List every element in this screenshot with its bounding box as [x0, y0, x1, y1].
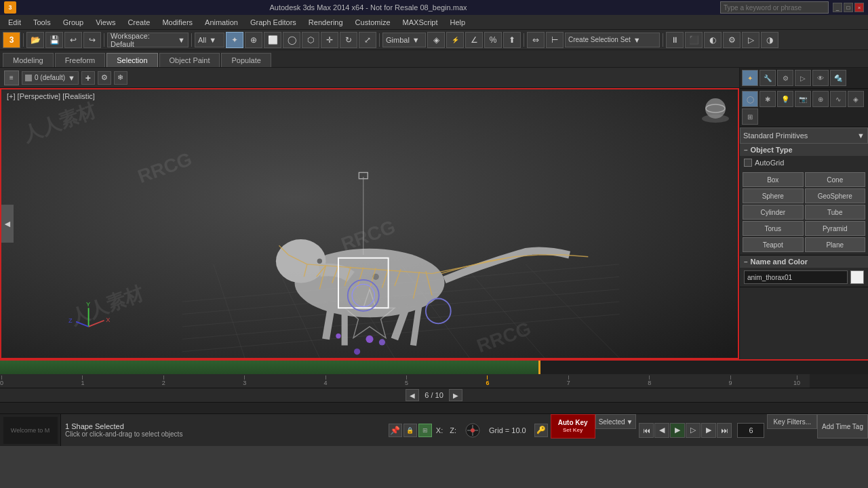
category-dropdown[interactable]: Standard Primitives ▼ — [740, 127, 868, 144]
tab-create[interactable]: ✦ — [742, 70, 758, 86]
minimize-button[interactable]: _ — [833, 3, 842, 12]
snap-icon[interactable]: 📌 — [389, 424, 402, 437]
angle-snap-button[interactable]: ∠ — [465, 32, 483, 48]
layer-add-button[interactable]: + — [81, 71, 95, 85]
prev-key-button[interactable]: ◀ — [654, 423, 669, 438]
workspace-dropdown[interactable]: Workspace: Default ▼ — [107, 33, 189, 47]
obj-plane-button[interactable]: Plane — [805, 237, 866, 252]
tab-lights[interactable]: 💡 — [777, 91, 793, 107]
select-move-button[interactable]: ⊕ — [245, 32, 262, 48]
tab-utilities[interactable]: 🔩 — [830, 70, 846, 86]
tab-motion[interactable]: ▷ — [795, 70, 811, 86]
curve-editor-button[interactable]: ⏸ — [666, 32, 684, 48]
tab-display[interactable]: 👁 — [812, 70, 829, 86]
object-type-header[interactable]: – Object Type — [740, 144, 868, 156]
layer-dropdown[interactable]: 0 (default) — [35, 74, 65, 81]
spinner-snap-button[interactable]: ⬆ — [503, 32, 521, 48]
rotate-button[interactable]: ↻ — [340, 32, 357, 48]
layer-settings-button[interactable]: ⚙ — [98, 71, 111, 85]
create-selection-dropdown[interactable]: Create Selection Set ▼ — [565, 33, 660, 47]
schematic-view-button[interactable]: ⬛ — [685, 32, 703, 48]
close-button[interactable]: × — [854, 3, 864, 12]
maximize-button[interactable]: □ — [844, 3, 853, 12]
menu-group[interactable]: Group — [58, 17, 90, 28]
gimbal-dropdown[interactable]: Gimbal ▼ — [382, 33, 426, 47]
material-editor-button[interactable]: ◐ — [704, 32, 722, 48]
tab-shapes[interactable]: ✱ — [760, 91, 776, 107]
app-menu-button[interactable]: 3 — [3, 32, 20, 48]
menu-create[interactable]: Create — [122, 17, 155, 28]
scale-button[interactable]: ⤢ — [359, 32, 376, 48]
obj-sphere-button[interactable]: Sphere — [743, 188, 804, 203]
menu-views[interactable]: Views — [90, 17, 121, 28]
move-button[interactable]: ✛ — [321, 32, 338, 48]
tab-selection[interactable]: Selection — [106, 53, 157, 67]
undo-button[interactable]: ↩ — [64, 32, 82, 48]
name-color-header[interactable]: – Name and Color — [740, 256, 868, 268]
redo-button[interactable]: ↪ — [83, 32, 101, 48]
viewport[interactable]: [+] [Perspective] [Realistic] 人人素材 RRCG … — [0, 88, 739, 359]
prev-frame-button[interactable]: ◀ — [406, 389, 419, 401]
menu-animation[interactable]: Animation — [199, 17, 243, 28]
selected-dropdown[interactable]: Selected ▼ — [595, 414, 637, 429]
add-time-tag-button[interactable]: Add Time Tag — [817, 414, 868, 439]
tab-spacewarps[interactable]: ∿ — [830, 91, 846, 107]
layer-freeze-button[interactable]: ❄ — [114, 71, 127, 85]
mirror-button[interactable]: ⇔ — [527, 32, 545, 48]
obj-teapot-button[interactable]: Teapot — [743, 237, 804, 252]
render-setup-button[interactable]: ⚙ — [723, 32, 741, 48]
autogrid-checkbox[interactable] — [744, 159, 752, 167]
next-key-button[interactable]: ▶ — [701, 423, 716, 438]
rectangle-select-button[interactable]: ⬜ — [264, 32, 281, 48]
obj-geosphere-button[interactable]: GeoSphere — [805, 188, 866, 203]
obj-cylinder-button[interactable]: Cylinder — [743, 205, 804, 220]
save-file-button[interactable]: 💾 — [45, 32, 63, 48]
tab-object-paint[interactable]: Object Paint — [159, 53, 220, 67]
menu-rendering[interactable]: Rendering — [303, 17, 349, 28]
tab-systems[interactable]: ◈ — [848, 91, 864, 107]
menu-help[interactable]: Help — [445, 17, 471, 28]
filter-dropdown[interactable]: All ▼ — [195, 33, 224, 47]
object-name-input[interactable] — [744, 270, 848, 284]
percent-snap-button[interactable]: % — [484, 32, 502, 48]
first-frame-button[interactable]: ⏮ — [639, 423, 654, 438]
key-icon[interactable]: 🔑 — [534, 424, 548, 437]
tab-cameras[interactable]: 📷 — [795, 91, 811, 107]
current-frame-input[interactable] — [737, 423, 764, 438]
tab-extra[interactable]: ⊞ — [742, 108, 758, 125]
tab-modeling[interactable]: Modeling — [3, 53, 54, 67]
play-button[interactable]: ▶ — [670, 423, 685, 438]
select-object-button[interactable]: ✦ — [226, 32, 243, 48]
obj-torus-button[interactable]: Torus — [743, 221, 804, 236]
tab-hierarchy[interactable]: ⚙ — [777, 70, 793, 86]
key-filters-button[interactable]: Key Filters... — [767, 414, 817, 429]
paint-select-button[interactable]: ⬡ — [302, 32, 319, 48]
lasso-select-button[interactable]: ◯ — [283, 32, 300, 48]
tab-helpers[interactable]: ⊕ — [812, 91, 829, 107]
next-frame-button[interactable]: ▶ — [449, 389, 462, 401]
menu-graph-editors[interactable]: Graph Editors — [245, 17, 302, 28]
obj-cone-button[interactable]: Cone — [805, 172, 866, 187]
tab-modify[interactable]: 🔧 — [760, 70, 776, 86]
snap-button[interactable]: ⚡ — [446, 32, 464, 48]
tab-geometry[interactable]: ◯ — [742, 91, 758, 107]
obj-tube-button[interactable]: Tube — [805, 205, 866, 220]
render-button[interactable]: ▷ — [742, 32, 760, 48]
viewport-scroll-left[interactable]: ◄ — [1, 205, 14, 243]
lock-icon[interactable]: 🔒 — [403, 424, 417, 437]
tab-populate[interactable]: Populate — [221, 53, 271, 67]
tab-freeform[interactable]: Freeform — [55, 53, 106, 67]
align-button[interactable]: ⊢ — [546, 32, 564, 48]
menu-customize[interactable]: Customize — [350, 17, 396, 28]
open-file-button[interactable]: 📂 — [26, 32, 44, 48]
menu-maxscript[interactable]: MAXScript — [397, 17, 443, 28]
play-selected-button[interactable]: ▷ — [686, 423, 701, 438]
obj-pyramid-button[interactable]: Pyramid — [805, 221, 866, 236]
search-input[interactable] — [720, 1, 829, 14]
pivot-button[interactable]: ◈ — [427, 32, 445, 48]
obj-box-button[interactable]: Box — [743, 172, 804, 187]
menu-edit[interactable]: Edit — [3, 17, 26, 28]
last-frame-button[interactable]: ⏭ — [717, 423, 732, 438]
layer-icon[interactable]: ≡ — [4, 70, 19, 85]
menu-modifiers[interactable]: Modifiers — [157, 17, 198, 28]
